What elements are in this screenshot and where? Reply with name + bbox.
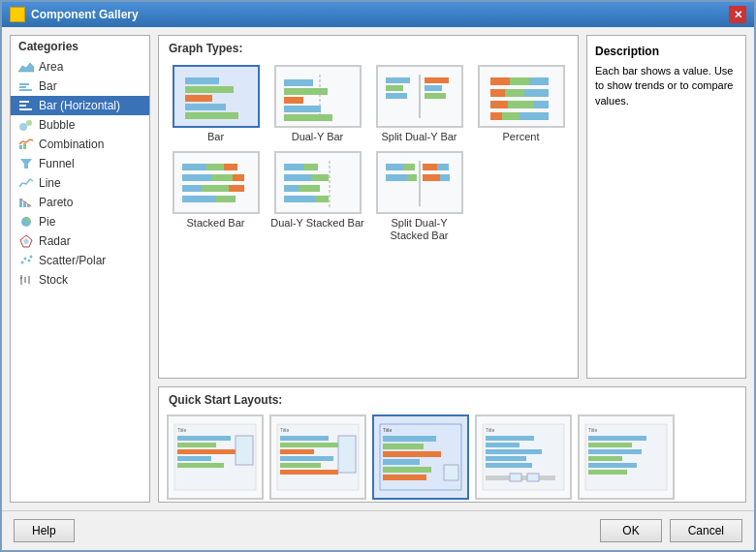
- stacked-bar-label: Stacked Bar: [187, 217, 245, 230]
- svg-rect-91: [177, 456, 211, 461]
- component-gallery-window: Component Gallery ✕ Categories Area Bar …: [0, 0, 756, 552]
- svg-rect-57: [182, 164, 206, 170]
- svg-point-20: [28, 260, 31, 262]
- svg-rect-70: [284, 174, 311, 181]
- svg-point-18: [21, 261, 24, 264]
- svg-rect-32: [284, 79, 313, 86]
- graph-type-split-dual-y-stacked-bar[interactable]: Split Dual-Y Stacked Bar: [372, 151, 466, 242]
- svg-rect-47: [490, 77, 510, 85]
- sidebar-item-combination[interactable]: Combination: [11, 135, 149, 154]
- sidebar-item-bar-horizontal[interactable]: Bar (Horizontal): [11, 96, 149, 115]
- split-dual-y-bar-thumb: [376, 65, 463, 128]
- line-icon: [18, 176, 34, 190]
- graph-type-stacked-bar[interactable]: Stacked Bar: [169, 151, 263, 242]
- cat-label: Combination: [39, 138, 104, 151]
- svg-rect-35: [284, 106, 321, 112]
- bar-icon: [18, 79, 34, 93]
- svg-marker-17: [23, 238, 29, 244]
- svg-rect-29: [185, 95, 212, 102]
- graph-types-grid: Bar: [159, 59, 578, 378]
- cancel-button[interactable]: Cancel: [670, 519, 742, 542]
- title-bar: Component Gallery ✕: [2, 2, 754, 27]
- ok-button[interactable]: OK: [600, 519, 661, 542]
- svg-rect-75: [315, 196, 329, 202]
- svg-rect-80: [407, 174, 417, 181]
- svg-text:Title: Title: [280, 427, 289, 433]
- help-button[interactable]: Help: [14, 519, 75, 542]
- graph-type-dual-y-bar[interactable]: Dual-Y Bar: [270, 65, 364, 143]
- svg-point-21: [30, 256, 33, 259]
- layout-thumb-1[interactable]: Title: [167, 414, 264, 500]
- sidebar-item-bubble[interactable]: Bubble: [11, 115, 149, 135]
- description-text: Each bar shows a value. Use to show tren…: [595, 64, 738, 108]
- svg-rect-129: [588, 470, 627, 475]
- cat-label: Area: [39, 60, 63, 74]
- svg-marker-0: [18, 63, 34, 72]
- svg-rect-84: [423, 174, 440, 181]
- layout-thumb-2[interactable]: Title: [269, 414, 366, 500]
- svg-rect-106: [383, 444, 424, 449]
- svg-rect-42: [425, 77, 449, 83]
- quick-start-section: Quick Start Layouts: Title: [158, 386, 746, 503]
- svg-rect-101: [280, 470, 338, 475]
- layout-thumb-3[interactable]: Title: [372, 414, 469, 500]
- bubble-icon: [18, 118, 34, 132]
- svg-rect-30: [185, 104, 226, 110]
- svg-rect-67: [216, 196, 236, 202]
- graph-type-dual-y-stacked-bar[interactable]: Dual-Y Stacked Bar: [270, 151, 364, 242]
- sidebar-item-radar[interactable]: Radar: [11, 231, 149, 251]
- svg-rect-89: [177, 443, 216, 447]
- sidebar-item-scatter[interactable]: Scatter/Polar: [11, 251, 149, 270]
- svg-rect-121: [527, 474, 539, 481]
- svg-rect-88: [177, 436, 231, 441]
- svg-rect-27: [185, 77, 219, 84]
- content-area: Categories Area Bar Bar (Horizontal) Bub…: [2, 27, 754, 510]
- sidebar-item-pie[interactable]: Pie: [11, 212, 149, 231]
- graph-type-bar[interactable]: Bar: [169, 65, 263, 143]
- svg-text:Title: Title: [177, 427, 186, 433]
- svg-rect-36: [284, 114, 332, 121]
- title-bar-left: Component Gallery: [10, 7, 139, 22]
- svg-rect-59: [224, 164, 237, 170]
- graph-types-title: Graph Types:: [159, 36, 578, 59]
- svg-rect-38: [386, 77, 410, 83]
- bar-thumb: [173, 65, 260, 128]
- split-dual-y-bar-label: Split Dual-Y Bar: [381, 131, 457, 143]
- svg-rect-127: [588, 456, 622, 461]
- svg-rect-124: [588, 436, 646, 441]
- sidebar-item-pareto[interactable]: Pareto: [11, 193, 149, 212]
- svg-rect-83: [437, 164, 449, 170]
- graph-type-split-dual-y-bar[interactable]: Split Dual-Y Bar: [372, 65, 466, 143]
- top-section: Graph Types:: [158, 35, 746, 379]
- bar-horizontal-icon: [18, 99, 34, 112]
- svg-rect-4: [19, 101, 29, 103]
- sidebar-item-bar[interactable]: Bar: [11, 77, 149, 96]
- svg-point-19: [24, 258, 27, 261]
- svg-rect-68: [284, 164, 303, 170]
- svg-rect-105: [383, 436, 436, 442]
- dual-y-bar-label: Dual-Y Bar: [292, 131, 344, 143]
- layout-thumb-4[interactable]: Title: [475, 414, 572, 500]
- svg-rect-3: [19, 89, 32, 91]
- graph-type-percent[interactable]: Percent: [474, 65, 568, 143]
- cat-label: Funnel: [39, 157, 75, 170]
- svg-rect-126: [588, 449, 642, 454]
- percent-label: Percent: [503, 131, 540, 143]
- close-button[interactable]: ✕: [729, 6, 746, 23]
- svg-rect-66: [182, 196, 216, 202]
- sidebar-item-stock[interactable]: Stock: [11, 270, 149, 290]
- split-dual-y-stacked-bar-label: Split Dual-Y Stacked Bar: [372, 217, 466, 242]
- svg-rect-78: [403, 164, 415, 170]
- cat-label: Radar: [39, 234, 71, 248]
- svg-rect-28: [185, 86, 234, 93]
- sidebar-item-funnel[interactable]: Funnel: [11, 154, 149, 173]
- svg-rect-40: [386, 93, 407, 99]
- sidebar-item-line[interactable]: Line: [11, 173, 149, 193]
- cat-label: Pareto: [39, 196, 73, 209]
- sidebar-item-area[interactable]: Area: [11, 57, 149, 77]
- window-title: Component Gallery: [31, 8, 139, 21]
- layout-thumb-5[interactable]: Title: [578, 414, 675, 500]
- svg-rect-56: [490, 112, 502, 120]
- svg-rect-102: [338, 436, 356, 473]
- svg-rect-117: [486, 456, 526, 461]
